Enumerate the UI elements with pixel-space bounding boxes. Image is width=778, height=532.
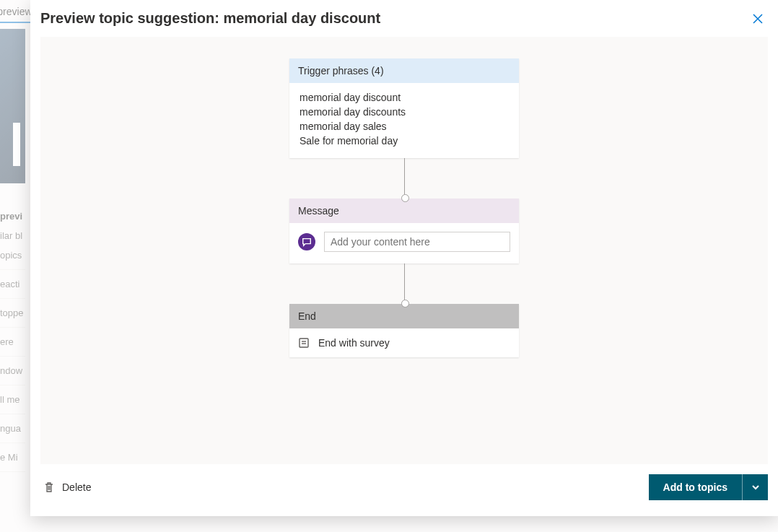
chevron-down-icon: [751, 483, 760, 492]
preview-panel: Preview topic suggestion: memorial day d…: [30, 0, 778, 516]
end-option-label: End with survey: [318, 337, 390, 349]
end-card-header: End: [289, 304, 519, 328]
trash-icon: [43, 481, 55, 493]
trigger-phrase: memorial day discount: [300, 90, 509, 105]
trigger-phrase: memorial day sales: [300, 119, 509, 134]
add-to-topics-button[interactable]: Add to topics: [649, 474, 768, 500]
flow-column: Trigger phrases (4) memorial day discoun…: [289, 58, 519, 357]
delete-label: Delete: [62, 481, 91, 493]
flow-connector: [404, 158, 405, 199]
trigger-phrase-list: memorial day discount memorial day disco…: [289, 83, 519, 158]
trigger-phrase: Sale for memorial day: [300, 134, 509, 148]
panel-header: Preview topic suggestion: memorial day d…: [30, 0, 778, 31]
trigger-phrase: memorial day discounts: [300, 105, 509, 119]
panel-title: Preview topic suggestion: memorial day d…: [40, 10, 380, 27]
add-to-topics-caret[interactable]: [742, 474, 768, 500]
trigger-card-header: Trigger phrases (4): [289, 58, 519, 83]
trigger-card[interactable]: Trigger phrases (4) memorial day discoun…: [289, 58, 519, 158]
flow-canvas: Trigger phrases (4) memorial day discoun…: [40, 37, 768, 464]
end-card[interactable]: End End with survey: [289, 304, 519, 357]
chat-icon: [298, 233, 315, 250]
delete-button[interactable]: Delete: [40, 477, 94, 497]
end-card-body: End with survey: [289, 328, 519, 357]
trigger-header-label: Trigger phrases: [298, 65, 369, 77]
trigger-count: 4: [375, 65, 380, 77]
svg-rect-0: [300, 339, 308, 347]
flow-connector: [404, 263, 405, 304]
message-card-body: [289, 223, 519, 263]
message-card[interactable]: Message: [289, 199, 519, 263]
message-content-input[interactable]: [324, 232, 510, 252]
panel-footer: Delete Add to topics: [30, 464, 778, 516]
close-button[interactable]: [751, 12, 765, 26]
close-icon: [753, 14, 763, 24]
add-to-topics-label: Add to topics: [649, 474, 742, 500]
survey-icon: [298, 337, 310, 349]
message-card-header: Message: [289, 199, 519, 223]
